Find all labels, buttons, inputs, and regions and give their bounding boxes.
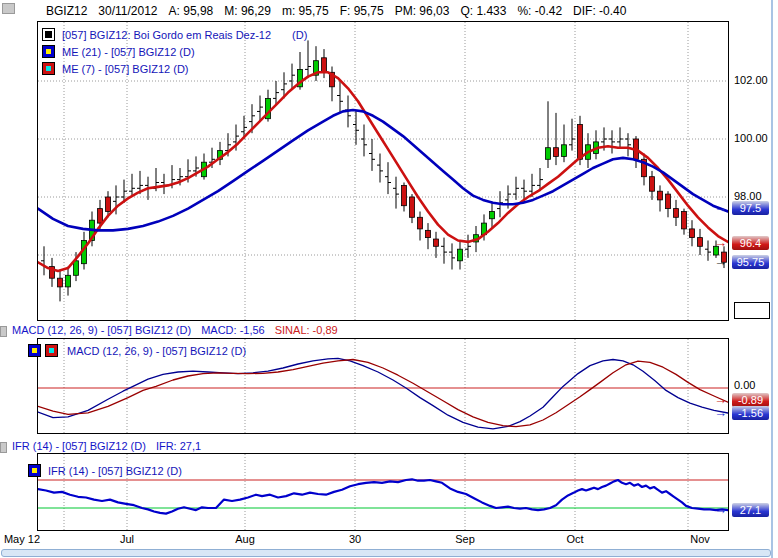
ifr-header-title: IFR (14) - [057] BGIZ12 (D) bbox=[12, 440, 146, 452]
ifr-header-value: IFR: 27,1 bbox=[156, 440, 201, 452]
price-arrow-icon: → bbox=[714, 502, 727, 517]
macd-header-title: MACD (12, 26, 9) - [057] BGIZ12 (D) bbox=[12, 324, 191, 336]
chart-application-window: BGIZ1230/11/2012A: 95,98M: 96,29m: 95,75… bbox=[0, 0, 778, 558]
signal-swatch-icon bbox=[45, 344, 58, 357]
price-badge: 96.4 bbox=[732, 236, 769, 250]
price-arrow-icon: → bbox=[714, 200, 727, 215]
ifr-header: IFR (14) - [057] BGIZ12 (D) IFR: 27,1 bbox=[12, 440, 201, 452]
legend-label: [057] BGIZ12: Boi Gordo em Reais Dez-12 bbox=[62, 29, 271, 41]
legend-timeframe: (D) bbox=[292, 29, 307, 41]
y-axis-tick: 102.00 bbox=[734, 74, 768, 86]
legend-item-me7: ME (7) - [057] BGIZ12 (D) bbox=[42, 62, 189, 75]
price-badge: -1.56 bbox=[732, 406, 769, 420]
quote-field: BGIZ12 bbox=[46, 4, 87, 18]
legend-label: MACD (12, 26, 9) - [057] BGIZ12 (D) bbox=[67, 345, 246, 357]
horizontal-scrollbar[interactable] bbox=[1, 549, 771, 557]
price-badge: 27.1 bbox=[732, 503, 769, 517]
legend-item-ifr: IFR (14) - [057] BGIZ12 (D) bbox=[28, 464, 182, 477]
x-axis: May 12JulAug30SepOctNov bbox=[0, 533, 778, 549]
quote-field: F: 95,75 bbox=[340, 4, 384, 18]
legend-label: ME (7) - [057] BGIZ12 (D) bbox=[62, 63, 189, 75]
ifr-header-stub-icon bbox=[0, 442, 7, 453]
y-axis-tick: 0.00 bbox=[734, 379, 755, 391]
quote-field: PM: 96,03 bbox=[395, 4, 450, 18]
x-axis-label: Sep bbox=[455, 533, 475, 545]
macd-swatch-icon bbox=[28, 344, 41, 357]
panel-splitter-handle[interactable] bbox=[734, 302, 770, 319]
quote-field: A: 95,98 bbox=[169, 4, 214, 18]
price-badge: -0.89 bbox=[732, 393, 769, 407]
x-axis-label: May 12 bbox=[4, 533, 40, 545]
price-arrow-icon: → bbox=[714, 254, 727, 269]
quote-field: m: 95,75 bbox=[282, 4, 329, 18]
window-right-edge bbox=[771, 0, 773, 558]
macd-header-signal: SINAL: -0,89 bbox=[275, 324, 338, 336]
toolbar-stub-icon bbox=[2, 3, 15, 14]
quote-field: %: -0.42 bbox=[517, 4, 562, 18]
x-axis-label: 30 bbox=[349, 533, 361, 545]
legend-item-macd: MACD (12, 26, 9) - [057] BGIZ12 (D) bbox=[28, 344, 246, 357]
macd-header-stub-icon bbox=[0, 326, 7, 337]
ifr-swatch-icon bbox=[28, 464, 41, 477]
candles-swatch-icon bbox=[42, 28, 55, 41]
x-axis-label: Jul bbox=[120, 533, 134, 545]
quote-field: Q: 1.433 bbox=[460, 4, 506, 18]
legend-item-price-series: [057] BGIZ12: Boi Gordo em Reais Dez-12 … bbox=[42, 28, 307, 41]
legend-item-me21: ME (21) - [057] BGIZ12 (D) bbox=[42, 45, 195, 58]
legend-label: ME (21) - [057] BGIZ12 (D) bbox=[62, 46, 195, 58]
price-arrow-icon: → bbox=[714, 405, 727, 420]
price-arrow-icon: → bbox=[714, 235, 727, 250]
x-axis-label: Aug bbox=[235, 533, 255, 545]
quote-field: DIF: -0.40 bbox=[573, 4, 626, 18]
quote-bar-fields: BGIZ1230/11/2012A: 95,98M: 96,29m: 95,75… bbox=[46, 4, 637, 18]
macd-header: MACD (12, 26, 9) - [057] BGIZ12 (D) MACD… bbox=[12, 324, 338, 336]
me7-swatch-icon bbox=[42, 62, 55, 75]
legend-label: IFR (14) - [057] BGIZ12 (D) bbox=[48, 465, 182, 477]
price-badge: 95.75 bbox=[732, 255, 769, 269]
me21-swatch-icon bbox=[42, 45, 55, 58]
price-badge: 97.5 bbox=[732, 201, 769, 215]
quote-field: M: 96,29 bbox=[224, 4, 271, 18]
y-axis-tick: 100.00 bbox=[734, 132, 768, 144]
x-axis-label: Oct bbox=[566, 533, 583, 545]
quote-field: 30/11/2012 bbox=[98, 4, 157, 18]
macd-header-value: MACD: -1,56 bbox=[201, 324, 265, 336]
x-axis-label: Nov bbox=[690, 533, 710, 545]
